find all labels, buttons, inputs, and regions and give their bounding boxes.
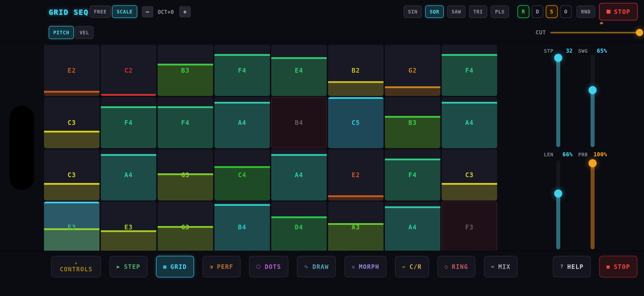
footer-tab-dots[interactable]: ⬡DOTS <box>249 256 288 277</box>
cell-note-label: B3 <box>385 119 440 127</box>
octave-minus-button[interactable]: − <box>142 6 153 17</box>
controls-icon: ▲ <box>75 261 78 265</box>
cell-note-label: G2 <box>385 67 440 74</box>
octave-plus-button[interactable]: + <box>179 6 191 17</box>
cell-fill-cap <box>101 106 156 108</box>
cell-note-label: B4 <box>214 224 270 231</box>
swing-slider-track[interactable] <box>590 55 594 147</box>
cell-fill-cap <box>385 86 440 88</box>
grid-cell-28-B4[interactable]: B4 <box>214 202 270 251</box>
footer-tab-controls[interactable]: ▲CONTROLS <box>51 256 101 277</box>
stop-button-top[interactable]: STOP <box>599 3 638 20</box>
stop-button-label: STOP <box>614 8 630 15</box>
steps-slider-track[interactable] <box>556 55 560 147</box>
free-mode-button[interactable]: FREE <box>90 5 111 18</box>
grid-cell-25-F3[interactable]: F3 <box>44 202 100 251</box>
cell-fill-cap <box>328 195 384 197</box>
footer-tab-morph[interactable]: ◇MORPH <box>344 256 386 277</box>
grid-cell-9-C3[interactable]: C3 <box>44 97 100 148</box>
waveform-button-sin[interactable]: SIN <box>404 5 422 18</box>
footer-tab-stop[interactable]: ■STOP <box>599 256 637 277</box>
grid-cell-27-G3[interactable]: G3 <box>158 202 213 251</box>
cut-slider-track[interactable] <box>550 32 640 33</box>
steps-slider-knob[interactable] <box>554 54 562 62</box>
grid-cell-18-A4[interactable]: A4 <box>101 149 156 200</box>
envelope-button-group: RDSO <box>518 5 572 18</box>
cell-fill-cap <box>158 106 213 108</box>
grid-cell-5-E4[interactable]: E4 <box>271 45 327 96</box>
octave-label: OCT+0 <box>157 9 175 15</box>
cell-note-label: G3 <box>158 224 213 231</box>
grid-cell-30-A3[interactable]: A3 <box>328 202 384 251</box>
grid-cell-6-B2[interactable]: B2 <box>328 45 384 96</box>
swing-slider-knob[interactable] <box>588 86 596 94</box>
grid-cell-21-A4[interactable]: A4 <box>271 149 327 200</box>
footer-tab-step[interactable]: ▶STEP <box>110 256 148 277</box>
cell-note-label: F4 <box>101 119 156 127</box>
footer-tab-grid[interactable]: ▦GRID <box>156 256 194 277</box>
app-title: GRID SEQ <box>49 8 89 16</box>
grid-cell-24-C3[interactable]: C3 <box>442 149 497 200</box>
randomize-button[interactable]: RND <box>576 5 595 18</box>
grid-cell-23-F4[interactable]: F4 <box>385 149 440 200</box>
cell-note-label: C4 <box>214 171 270 179</box>
pitch-view-button[interactable]: PITCH <box>49 26 74 39</box>
length-slider-track[interactable] <box>556 160 560 249</box>
grid-cell-11-F4[interactable]: F4 <box>158 97 213 148</box>
footer-tab-mix[interactable]: ≈MIX <box>484 256 518 277</box>
cell-fill-cap <box>214 102 270 104</box>
cell-pitch-fill <box>44 131 100 148</box>
cell-fill-cap <box>271 154 327 156</box>
grid-cell-14-C5[interactable]: C5 <box>328 97 384 148</box>
length-slider-knob[interactable] <box>554 189 562 198</box>
footer-tab-perf[interactable]: ◑PERF <box>202 256 240 277</box>
vel-view-button[interactable]: VEL <box>75 26 94 39</box>
cell-fill-cap <box>442 54 497 56</box>
footer-tab-draw[interactable]: ∿DRAW <box>297 256 336 277</box>
grid-cell-32-F3[interactable]: F3 <box>442 202 497 251</box>
envelope-button-s[interactable]: S <box>546 5 558 18</box>
waveform-button-saw[interactable]: SAW <box>447 5 466 18</box>
grid-cell-29-D4[interactable]: D4 <box>271 202 327 251</box>
cut-slider-knob[interactable] <box>636 29 643 36</box>
probability-slider-knob[interactable] <box>588 159 596 167</box>
grid-cell-16-A4[interactable]: A4 <box>442 97 497 148</box>
grid-cell-2-C2[interactable]: C2 <box>101 45 156 96</box>
grid-cell-4-F4[interactable]: F4 <box>214 45 270 96</box>
envelope-button-r[interactable]: R <box>518 5 529 18</box>
footer-tab-label: DOTS <box>265 263 281 270</box>
footer-tab-help[interactable]: ?HELP <box>553 256 591 277</box>
footer-tab-ring[interactable]: ○RING <box>438 256 475 277</box>
grid-cell-7-G2[interactable]: G2 <box>385 45 440 96</box>
waveform-button-sqr[interactable]: SQR <box>425 5 444 18</box>
cell-note-label: A3 <box>328 224 384 231</box>
grid-cell-22-E2[interactable]: E2 <box>328 149 384 200</box>
probability-slider-value: 100% <box>594 151 607 158</box>
grid-cell-10-F4[interactable]: F4 <box>101 97 156 148</box>
footer-tab-c-r[interactable]: ⇔C/R <box>395 256 429 277</box>
draw-icon: ∿ <box>304 264 309 270</box>
cell-fill-cap <box>158 64 213 65</box>
grid-cell-17-C3[interactable]: C3 <box>44 149 100 200</box>
mix-icon: ≈ <box>491 264 495 270</box>
grid-cell-1-E2[interactable]: E2 <box>44 45 100 96</box>
cell-pitch-fill <box>385 86 440 96</box>
grid-cell-12-A4[interactable]: A4 <box>214 97 270 148</box>
grid-cell-15-B3[interactable]: B3 <box>385 97 440 148</box>
grid-cell-3-B3[interactable]: B3 <box>158 45 213 96</box>
grid-cell-19-G3[interactable]: G3 <box>158 149 213 200</box>
grid-cell-31-A4[interactable]: A4 <box>385 202 440 251</box>
waveform-button-pls[interactable]: PLS <box>491 5 509 18</box>
grid-cell-8-F4[interactable]: F4 <box>442 45 497 96</box>
cell-fill-cap <box>44 131 100 133</box>
grid-cell-26-E3[interactable]: E3 <box>101 202 156 251</box>
grid-cell-13-B4[interactable]: B4 <box>271 97 327 148</box>
probability-slider-track[interactable] <box>590 160 594 249</box>
waveform-button-tri[interactable]: TRI <box>469 5 487 18</box>
envelope-button-d[interactable]: D <box>532 5 544 18</box>
scale-mode-button[interactable]: SCALE <box>112 5 137 18</box>
morph-icon: ◇ <box>352 264 355 270</box>
cell-note-label: A4 <box>101 171 156 179</box>
envelope-button-o[interactable]: O <box>560 5 572 18</box>
grid-cell-20-C4[interactable]: C4 <box>214 149 270 200</box>
